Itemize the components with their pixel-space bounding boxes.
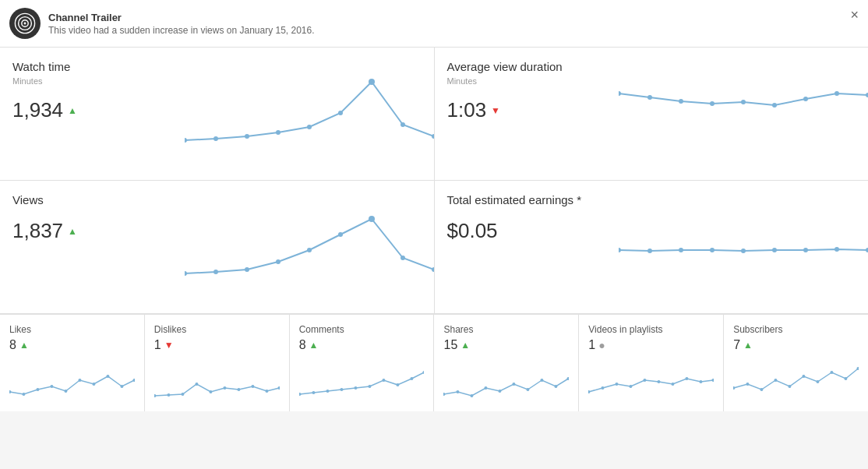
dislikes-title: Dislikes	[154, 324, 280, 335]
svg-point-61	[312, 391, 315, 394]
svg-point-83	[630, 385, 633, 388]
svg-point-97	[831, 371, 834, 374]
svg-point-56	[237, 388, 240, 391]
views-trend-icon: ▲	[68, 226, 77, 237]
svg-point-64	[354, 386, 357, 390]
dislikes-chart	[154, 357, 280, 400]
svg-point-23	[213, 270, 218, 274]
svg-point-66	[382, 379, 385, 382]
notification-text: Channel Trailer This video had a sudden …	[48, 12, 859, 36]
watch-time-trend-icon: ▲	[68, 105, 77, 116]
videos-in-playlists-trend-icon: ●	[598, 339, 605, 351]
svg-point-89	[712, 379, 714, 382]
watch-time-panel: Watch time Minutes 1,934 ▲	[0, 48, 435, 180]
svg-point-84	[644, 379, 647, 382]
svg-point-27	[338, 232, 343, 237]
subscribers-trend-icon: ▲	[743, 340, 753, 351]
svg-point-59	[277, 386, 279, 390]
avg-view-duration-trend-icon: ▼	[491, 105, 500, 116]
svg-point-3	[24, 23, 26, 25]
svg-point-95	[803, 375, 806, 378]
svg-point-94	[789, 385, 792, 388]
earnings-chart	[619, 192, 868, 285]
svg-point-91	[746, 383, 750, 386]
svg-point-70	[443, 393, 445, 396]
svg-point-32	[647, 249, 652, 253]
svg-point-26	[307, 248, 312, 252]
watch-time-chart	[185, 58, 434, 152]
svg-point-63	[340, 388, 343, 391]
svg-point-17	[741, 100, 746, 104]
subscribers-value: 7 ▲	[733, 338, 859, 352]
close-button[interactable]: ×	[850, 8, 859, 22]
comments-trend-icon: ▲	[309, 340, 319, 351]
svg-point-93	[774, 379, 778, 382]
svg-point-98	[845, 377, 848, 380]
svg-point-25	[276, 259, 281, 264]
svg-point-58	[265, 390, 268, 393]
svg-point-87	[686, 377, 689, 380]
dislikes-trend-icon: ▼	[164, 340, 174, 351]
svg-point-76	[527, 388, 530, 391]
svg-point-54	[209, 390, 212, 393]
top-panels-row: Watch time Minutes 1,934 ▲	[0, 48, 868, 181]
comments-panel: Comments 8 ▲	[290, 315, 435, 411]
svg-point-50	[154, 394, 156, 397]
svg-point-46	[92, 383, 95, 386]
svg-point-90	[733, 386, 735, 390]
avg-view-duration-panel: Average view duration Minutes 1:03 ▼	[435, 48, 869, 180]
shares-chart	[443, 357, 569, 400]
notification-title: Channel Trailer	[48, 12, 859, 23]
likes-value: 8 ▲	[9, 338, 135, 352]
svg-point-74	[499, 390, 502, 393]
svg-point-13	[619, 91, 621, 96]
svg-point-82	[616, 383, 619, 386]
svg-point-6	[245, 134, 249, 139]
svg-point-28	[369, 216, 375, 222]
earnings-panel: Total estimated earnings * $0.05	[435, 181, 869, 313]
svg-point-19	[803, 97, 808, 101]
svg-point-15	[679, 99, 683, 104]
avg-view-duration-chart	[619, 58, 868, 152]
svg-point-22	[185, 271, 187, 276]
svg-point-41	[22, 393, 25, 396]
svg-point-47	[106, 375, 109, 378]
svg-point-30	[432, 267, 434, 272]
svg-point-35	[741, 249, 746, 253]
svg-point-55	[223, 386, 226, 390]
svg-point-9	[338, 111, 343, 115]
svg-point-62	[326, 390, 329, 393]
likes-trend-icon: ▲	[19, 340, 29, 351]
svg-point-96	[817, 380, 820, 383]
comments-title: Comments	[299, 324, 425, 335]
likes-chart	[9, 357, 135, 400]
shares-panel: Shares 15 ▲	[434, 315, 579, 411]
svg-point-57	[251, 385, 254, 388]
svg-point-73	[485, 386, 488, 390]
svg-point-14	[647, 95, 652, 100]
shares-value: 15 ▲	[443, 338, 569, 352]
svg-point-86	[672, 383, 675, 386]
bottom-stats-row: Likes 8 ▲ Dislikes 1	[0, 314, 868, 411]
svg-point-78	[555, 385, 558, 388]
notification-thumbnail	[9, 8, 41, 39]
dislikes-value: 1 ▼	[154, 338, 280, 352]
svg-point-71	[457, 390, 460, 393]
svg-point-20	[834, 91, 839, 96]
svg-point-67	[396, 383, 399, 386]
dislikes-panel: Dislikes 1 ▼	[145, 315, 290, 411]
shares-trend-icon: ▲	[460, 340, 470, 351]
subscribers-title: Subscribers	[733, 324, 859, 335]
svg-point-5	[213, 136, 218, 141]
likes-panel: Likes 8 ▲	[0, 315, 145, 411]
svg-point-8	[307, 125, 312, 129]
svg-point-4	[185, 138, 187, 143]
dashboard: Watch time Minutes 1,934 ▲	[0, 48, 868, 411]
svg-point-44	[64, 390, 67, 393]
svg-point-36	[772, 248, 777, 252]
svg-point-45	[78, 379, 81, 382]
svg-point-72	[471, 394, 474, 397]
notification-banner: Channel Trailer This video had a sudden …	[0, 0, 868, 48]
svg-point-10	[369, 79, 375, 85]
svg-point-92	[760, 388, 764, 391]
